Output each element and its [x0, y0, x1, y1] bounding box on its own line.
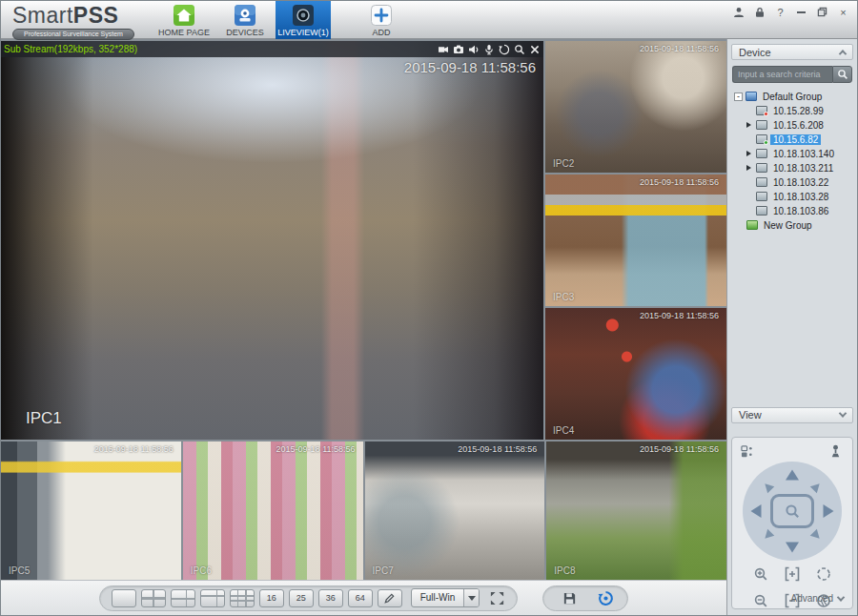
- device-panel-header[interactable]: Device: [731, 44, 853, 60]
- split-25-button[interactable]: 25: [289, 589, 314, 607]
- split-4-button[interactable]: [141, 589, 166, 607]
- tree-device[interactable]: 10.15.6.208: [734, 118, 857, 133]
- ptz-down-right-arrow[interactable]: [810, 529, 823, 542]
- expand-arrow-icon[interactable]: [746, 122, 751, 128]
- chevron-up-icon: [839, 50, 847, 57]
- ptz-up-arrow[interactable]: [786, 470, 799, 481]
- record-icon[interactable]: [438, 44, 449, 55]
- timestamp-overlay: 2015-09-18 11:58:56: [276, 444, 356, 454]
- view-panel-header[interactable]: View: [731, 407, 853, 423]
- collapse-icon[interactable]: -: [734, 92, 743, 101]
- tree-device[interactable]: 10.18.103.211: [734, 161, 857, 175]
- smartpss-window: SmartPSS Professional Surveillance Syste…: [0, 0, 858, 616]
- tree-device[interactable]: 10.18.103.140: [734, 147, 857, 161]
- device-search-input[interactable]: [732, 66, 832, 82]
- focus-plus-icon[interactable]: [785, 566, 800, 582]
- tree-group-default[interactable]: - Default Group: [734, 90, 857, 104]
- search-icon[interactable]: [832, 66, 852, 82]
- tour-icon[interactable]: [597, 589, 614, 606]
- video-pane[interactable]: 2015-09-18 11:58:56 IPC2: [545, 41, 726, 173]
- split-1-button[interactable]: [112, 589, 136, 607]
- video-pane[interactable]: 2015-09-18 11:58:56 IPC5: [1, 441, 181, 580]
- ptz-mouse-sim-icon[interactable]: [770, 494, 814, 528]
- group-icon: [746, 92, 757, 101]
- device-icon: [756, 134, 767, 144]
- video-pane-main[interactable]: Sub Stream(192kbps, 352*288): [1, 41, 543, 440]
- chevron-down-icon: [837, 593, 845, 601]
- split-64-button[interactable]: 64: [348, 589, 373, 607]
- iris-open-icon[interactable]: [816, 566, 831, 582]
- layout-button-group: 16 25 36 64 Full-Win: [99, 585, 519, 611]
- audio-icon[interactable]: [468, 44, 480, 55]
- channel-label: IPC5: [9, 565, 30, 576]
- advanced-label: Advanced: [791, 593, 833, 604]
- chevron-down-icon[interactable]: [463, 589, 479, 606]
- video-grid-top: Sub Stream(192kbps, 352*288): [1, 41, 726, 440]
- main-tabs: HOME PAGE DEVICES LIVEVIEW(1) ADD: [153, 1, 407, 39]
- device-search: [732, 66, 852, 82]
- split-36-button[interactable]: 36: [318, 589, 343, 607]
- title-bar: SmartPSS Professional Surveillance Syste…: [1, 1, 857, 39]
- tree-new-group[interactable]: New Group: [734, 218, 857, 233]
- tree-device-selected[interactable]: 10.15.6.82: [734, 133, 857, 147]
- fullscreen-icon[interactable]: [488, 589, 505, 606]
- video-pane[interactable]: 2015-09-18 11:58:56 IPC8: [546, 441, 726, 580]
- tab-liveview[interactable]: LIVEVIEW(1): [276, 1, 331, 39]
- tree-device[interactable]: 10.18.103.86: [734, 204, 857, 218]
- ptz-down-left-arrow[interactable]: [762, 529, 774, 542]
- view-panel-title: View: [739, 409, 762, 421]
- split-9-button[interactable]: [230, 589, 255, 607]
- video-grid-right-column: 2015-09-18 11:58:56 IPC2 2015-09-18 11:5…: [545, 41, 726, 440]
- device-icon: [756, 206, 767, 216]
- lock-icon[interactable]: [753, 6, 766, 18]
- split-6-button[interactable]: [171, 589, 195, 607]
- tab-label: HOME PAGE: [158, 28, 210, 37]
- talk-icon[interactable]: [483, 44, 495, 55]
- channel-label: IPC1: [26, 409, 62, 428]
- tree-device[interactable]: 10.18.103.28: [734, 190, 857, 204]
- ptz-up-right-arrow[interactable]: [810, 481, 823, 493]
- online-badge: [764, 140, 768, 145]
- tree-device[interactable]: 10.18.103.22: [734, 175, 857, 190]
- chevron-down-icon: [839, 410, 847, 418]
- video-pane[interactable]: 2015-09-18 11:58:56 IPC6: [183, 441, 363, 580]
- joystick-icon[interactable]: [828, 444, 844, 460]
- video-pane[interactable]: 2015-09-18 11:58:56 IPC7: [365, 441, 545, 580]
- instant-playback-icon[interactable]: [499, 44, 510, 55]
- video-grid: Sub Stream(192kbps, 352*288): [1, 39, 726, 580]
- timestamp-overlay: 2015-09-18 11:58:56: [94, 444, 174, 454]
- tab-add[interactable]: ADD: [356, 1, 407, 39]
- tab-home-page[interactable]: HOME PAGE: [153, 1, 214, 39]
- brand-name: SmartPSS: [12, 3, 118, 28]
- save-view-icon[interactable]: [561, 589, 578, 606]
- minimize-icon[interactable]: [795, 6, 807, 18]
- snapshot-icon[interactable]: [453, 44, 464, 55]
- ptz-up-left-arrow[interactable]: [762, 481, 774, 493]
- close-icon[interactable]: ×: [837, 6, 849, 18]
- user-icon[interactable]: [732, 6, 745, 18]
- fullwin-dropdown[interactable]: Full-Win: [411, 588, 480, 607]
- custom-split-button[interactable]: [378, 589, 402, 607]
- ptz-right-arrow[interactable]: [824, 504, 834, 518]
- video-pane[interactable]: 2015-09-18 11:58:56 IPC4: [545, 308, 726, 440]
- help-icon[interactable]: ?: [774, 6, 786, 18]
- zoom-in-icon[interactable]: [753, 566, 768, 582]
- tab-devices[interactable]: DEVICES: [214, 1, 276, 39]
- expand-arrow-icon[interactable]: [746, 151, 751, 156]
- split-16-button[interactable]: 16: [259, 589, 284, 607]
- device-tree: - Default Group 10.15.28.99 10.15.6.208: [727, 87, 857, 402]
- close-icon[interactable]: [529, 44, 541, 55]
- ptz-advanced-toggle[interactable]: Advanced: [791, 593, 844, 604]
- split-8-button[interactable]: [200, 589, 225, 607]
- direction-mode-icon[interactable]: [741, 444, 756, 460]
- expand-arrow-icon[interactable]: [746, 165, 751, 171]
- ptz-left-arrow[interactable]: [751, 504, 762, 518]
- digital-zoom-icon[interactable]: [514, 44, 525, 55]
- devices-icon: [234, 4, 256, 27]
- main-body: Sub Stream(192kbps, 352*288): [1, 39, 857, 615]
- restore-icon[interactable]: [816, 6, 828, 18]
- video-pane[interactable]: 2015-09-18 11:58:56 IPC3: [545, 175, 726, 306]
- ptz-down-arrow[interactable]: [786, 543, 799, 553]
- tree-device[interactable]: 10.15.28.99: [734, 104, 857, 118]
- zoom-out-icon[interactable]: [753, 593, 768, 608]
